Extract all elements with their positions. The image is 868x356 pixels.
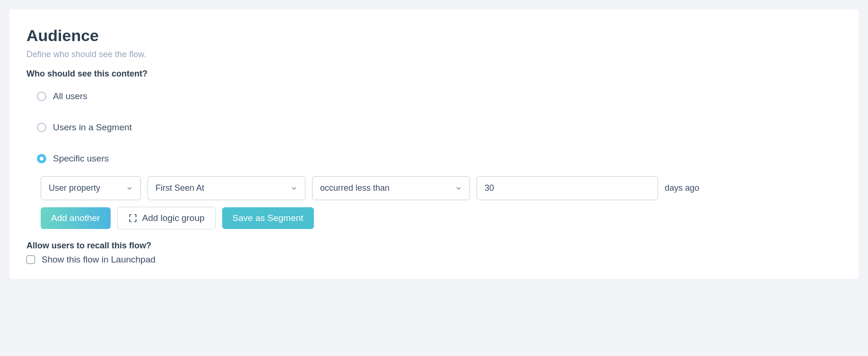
chevron-down-icon bbox=[455, 185, 462, 192]
filter-suffix-label: days ago bbox=[665, 183, 699, 193]
checkbox-label: Show this flow in Launchpad bbox=[42, 254, 156, 265]
filter-row: User property First Seen At occurred les… bbox=[41, 176, 842, 200]
launchpad-checkbox-row[interactable]: Show this flow in Launchpad bbox=[26, 254, 842, 265]
chevron-down-icon bbox=[291, 185, 297, 192]
filter-property-dropdown[interactable]: First Seen At bbox=[148, 176, 305, 200]
add-another-button[interactable]: Add another bbox=[41, 207, 111, 229]
filter-value-input[interactable] bbox=[477, 176, 658, 200]
dropdown-value: occurred less than bbox=[320, 183, 390, 193]
audience-radio-group: All users Users in a Segment Specific us… bbox=[37, 91, 842, 164]
page-title: Audience bbox=[26, 26, 842, 45]
radio-specific-users[interactable]: Specific users bbox=[37, 153, 842, 164]
checkbox-icon[interactable] bbox=[26, 255, 35, 264]
radio-all-users[interactable]: All users bbox=[37, 91, 842, 102]
radio-circle-icon bbox=[37, 123, 46, 132]
radio-label: Specific users bbox=[53, 153, 109, 164]
radio-label: Users in a Segment bbox=[53, 122, 132, 133]
page-subtitle: Define who should see the flow. bbox=[26, 50, 842, 59]
radio-users-segment[interactable]: Users in a Segment bbox=[37, 122, 842, 133]
filter-type-dropdown[interactable]: User property bbox=[41, 176, 141, 200]
radio-circle-selected-icon bbox=[37, 154, 46, 163]
filter-operator-dropdown[interactable]: occurred less than bbox=[312, 176, 470, 200]
audience-question: Who should see this content? bbox=[26, 69, 842, 79]
bracket-icon bbox=[128, 213, 138, 223]
button-label: Add logic group bbox=[142, 213, 205, 223]
recall-heading: Allow users to recall this flow? bbox=[26, 241, 842, 251]
radio-label: All users bbox=[53, 91, 87, 102]
add-logic-group-button[interactable]: Add logic group bbox=[117, 207, 216, 229]
audience-card: Audience Define who should see the flow.… bbox=[9, 9, 859, 279]
chevron-down-icon bbox=[126, 185, 133, 192]
radio-circle-icon bbox=[37, 92, 46, 101]
dropdown-value: First Seen At bbox=[156, 183, 204, 193]
save-segment-button[interactable]: Save as Segment bbox=[222, 207, 314, 229]
button-row: Add another Add logic group Save as Segm… bbox=[41, 207, 842, 229]
dropdown-value: User property bbox=[49, 183, 100, 193]
